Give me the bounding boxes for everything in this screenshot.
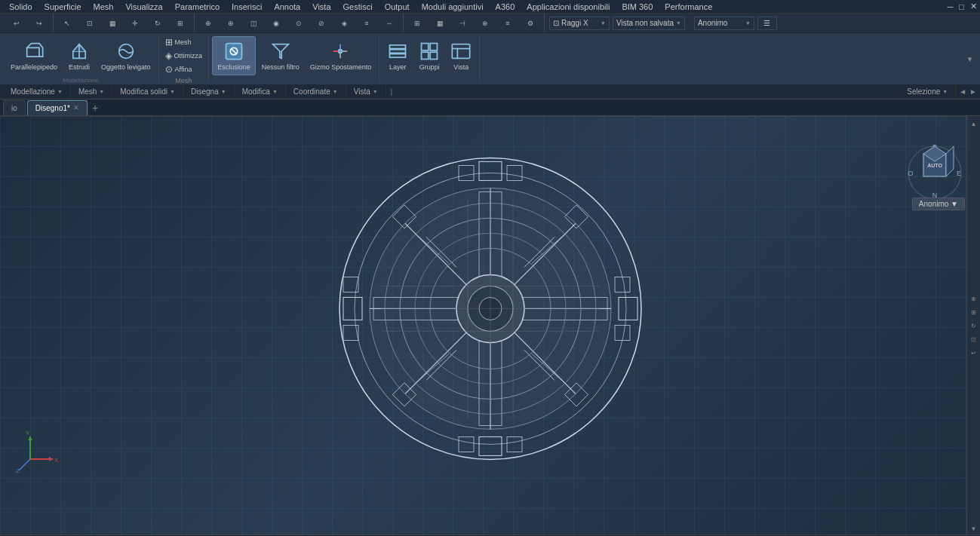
pan-btn[interactable]: ⊕	[968, 293, 980, 305]
tab-disegna[interactable]: Disegna	[183, 84, 235, 99]
menu-parametrico[interactable]: Parametrico	[169, 2, 226, 11]
svg-rect-38	[343, 297, 362, 320]
grip-btn[interactable]: ⊕	[475, 15, 496, 32]
lweight-btn[interactable]: ≡	[356, 15, 377, 32]
back-btn[interactable]: ↩	[968, 348, 980, 360]
expand-left-btn[interactable]: ◄	[959, 87, 966, 96]
raggi-dropdown[interactable]: ⊡ Raggi X	[549, 17, 610, 30]
tab-modellazione[interactable]: Modellazione	[3, 84, 71, 99]
zoom-btn[interactable]: ⊞	[968, 307, 980, 319]
tab-io[interactable]: io	[3, 100, 26, 115]
canvas-area[interactable]: S N E O AUTO Anonimo ▼	[0, 116, 980, 534]
mesh-btn1[interactable]: ⊞ Mesh	[162, 36, 206, 48]
scroll-down-btn[interactable]: ▼	[968, 522, 980, 534]
mesh-btn2[interactable]: ◈ Ottimizza	[162, 50, 206, 62]
vista-btn[interactable]: Vista	[446, 36, 476, 75]
maximize-btn[interactable]: □	[959, 2, 964, 11]
oggetto-btn[interactable]: Oggetto levigato	[97, 36, 155, 75]
expand-right-btn[interactable]: ►	[969, 87, 977, 96]
layer-btn[interactable]: Layer	[382, 36, 413, 75]
redo-btn[interactable]: ↪	[29, 15, 50, 32]
subobj-btn[interactable]: ⊡	[79, 15, 100, 32]
svg-rect-31	[507, 165, 522, 180]
menu-a360[interactable]: A360	[490, 2, 521, 11]
gizmo-btn[interactable]: Gizmo Spostamento	[306, 36, 376, 75]
menu-performance[interactable]: Performance	[659, 2, 718, 11]
orbit-btn[interactable]: ↻	[968, 320, 980, 332]
nessun-filtro-label: Nessun filtro	[262, 63, 300, 72]
atrack-btn[interactable]: ⊘	[311, 15, 332, 32]
tab-disegno1-close[interactable]: ✕	[73, 104, 79, 112]
menu-gestisci[interactable]: Gestisci	[337, 2, 379, 11]
vista-label: Vista	[453, 63, 468, 72]
menu-solido[interactable]: Solido	[3, 2, 38, 11]
menu-vista[interactable]: Vista	[306, 2, 336, 11]
scale-btn[interactable]: ⊞	[170, 15, 191, 32]
menu-app-disponibili[interactable]: Applicazioni disponibili	[521, 2, 616, 11]
ortho-btn[interactable]: ◫	[243, 15, 264, 32]
esclusione-label: Esclusione	[217, 63, 250, 72]
groups-btn[interactable]: Gruppi	[414, 36, 444, 75]
anonymous-dropdown[interactable]: Anonimo	[694, 17, 754, 30]
prop-btn[interactable]: ≡	[497, 15, 518, 32]
zoom-extents-btn[interactable]: ⊡	[968, 334, 980, 346]
tab-disegno1[interactable]: Disegno1* ✕	[27, 100, 88, 115]
expand-ribbon-btn[interactable]: ▼	[963, 55, 974, 63]
minimize-btn[interactable]: ─	[948, 2, 954, 11]
polar-btn[interactable]: ◉	[266, 15, 287, 32]
snap2-btn[interactable]: ⊕	[220, 15, 241, 32]
saved-view-dropdown[interactable]: Vista non salvata	[613, 17, 685, 30]
close-btn[interactable]: ✕	[970, 2, 977, 11]
select-btn[interactable]: ↖	[57, 15, 78, 32]
mesh-section-label: Mesh	[162, 75, 206, 84]
tab-modifica[interactable]: Modifica	[235, 84, 286, 99]
svg-rect-17	[422, 52, 429, 59]
rotate-btn[interactable]: ↻	[147, 15, 168, 32]
dyn-btn[interactable]: ◈	[333, 15, 355, 32]
tab-coordinate[interactable]: Coordinate	[286, 84, 346, 99]
menu-superficie[interactable]: Superficie	[38, 2, 88, 11]
scroll-up-btn[interactable]: ▲	[968, 118, 980, 130]
display-dropdowns: Anonimo ☰	[690, 17, 782, 30]
tool-group-undo: ↩ ↪	[3, 14, 54, 32]
mesh-btn3[interactable]: ⊙ Affina	[162, 63, 206, 75]
esclusione-btn[interactable]: Esclusione	[212, 36, 256, 75]
tab-modifica-solidi[interactable]: Modifica solidi	[112, 84, 183, 99]
otrack-btn[interactable]: ⊙	[288, 15, 309, 32]
anonimo-label: Anonimo ▼	[919, 200, 958, 208]
svg-rect-12	[390, 49, 406, 53]
nessun-filtro-btn[interactable]: Nessun filtro	[257, 36, 304, 75]
mirror-btn[interactable]: ⊣	[452, 15, 473, 32]
menu-inserisci[interactable]: Inserisci	[226, 2, 268, 11]
showmenu-btn[interactable]: ▦	[429, 15, 450, 32]
utilites-btn[interactable]: ⚙	[520, 15, 541, 32]
add-tab-btn[interactable]: +	[89, 102, 101, 114]
navigation-cube[interactable]: S N E O AUTO	[905, 131, 965, 191]
menu-bim360[interactable]: BIM 360	[616, 2, 659, 11]
raggi-label: Raggi X	[561, 19, 588, 27]
move-btn[interactable]: ✛	[124, 15, 146, 32]
esclusione-icon	[223, 41, 244, 62]
tab-selezione[interactable]: Selezione	[899, 84, 956, 99]
ribbon-toolbar: ↩ ↪ ↖ ⊡ ▦ ✛ ↻ ⊞ ⊕ ⊕ ◫ ◉ ⊙ ⊘ ◈ ≡ ↔ ⊞ ▦ ⊣ …	[0, 14, 980, 33]
parallelepipedo-btn[interactable]: Parallelepipedo	[6, 36, 62, 75]
extra-dropdown[interactable]: ☰	[757, 17, 777, 30]
estrudi-btn[interactable]: Estrudi	[64, 36, 94, 75]
tab-vista[interactable]: Vista	[346, 86, 386, 97]
filter-btn[interactable]: ▦	[102, 15, 123, 32]
trans-btn[interactable]: ↔	[379, 15, 400, 32]
menu-moduli[interactable]: Moduli aggiuntivi	[416, 2, 490, 11]
anon-label: Anonimo	[698, 19, 727, 27]
svg-point-7	[339, 49, 343, 53]
tab-mesh[interactable]: Mesh	[71, 84, 112, 99]
menu-visualizza[interactable]: Visualizza	[119, 2, 168, 11]
3dsnap-btn[interactable]: ⊞	[407, 15, 428, 32]
menu-output[interactable]: Output	[379, 2, 416, 11]
undo-btn[interactable]: ↩	[6, 15, 27, 32]
svg-text:Z: Z	[16, 467, 20, 474]
menu-mesh[interactable]: Mesh	[88, 2, 120, 11]
menu-annota[interactable]: Annota	[268, 2, 306, 11]
snap-btn[interactable]: ⊕	[198, 15, 219, 32]
svg-rect-13	[390, 44, 406, 48]
anonimo-view-btn[interactable]: Anonimo ▼	[912, 198, 965, 210]
